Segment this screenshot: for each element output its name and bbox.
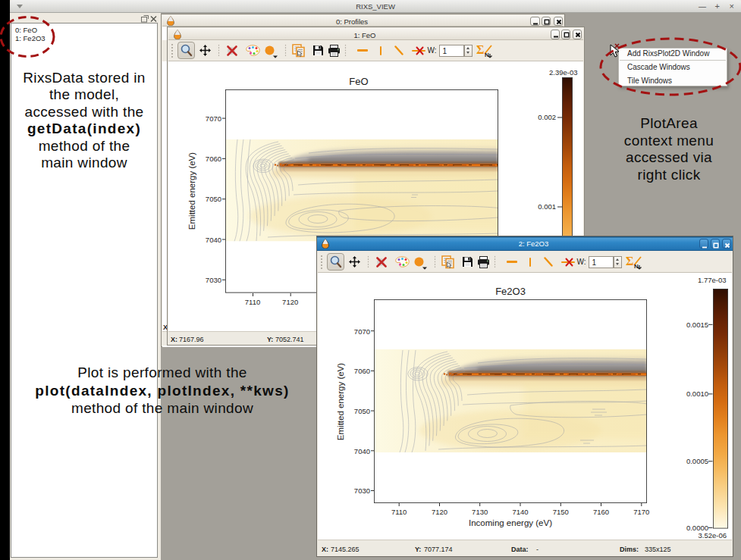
svg-text:Σ: Σ bbox=[476, 43, 484, 56]
svg-text:N: N bbox=[485, 52, 489, 58]
svg-text:N: N bbox=[634, 263, 639, 270]
svg-text:Σ: Σ bbox=[626, 255, 633, 267]
